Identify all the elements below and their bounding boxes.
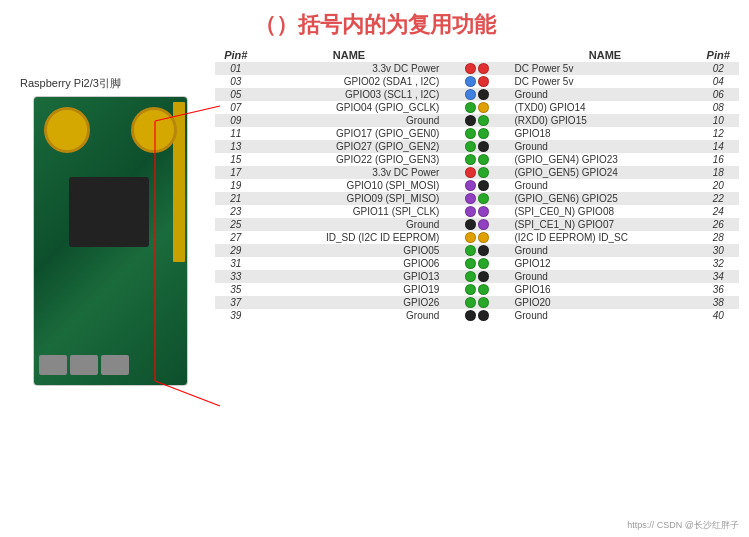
right-pin-number: 26 — [697, 218, 739, 231]
pin-dots — [441, 153, 512, 166]
pin-dots — [441, 75, 512, 88]
right-dot — [478, 193, 489, 204]
right-pin-number: 30 — [697, 244, 739, 257]
pin-table: Pin# NAME NAME Pin# 01 3.3v DC Power DC … — [215, 48, 739, 322]
right-dot — [478, 63, 489, 74]
pin-dots — [441, 309, 512, 322]
left-dot — [465, 167, 476, 178]
right-pin-number: 02 — [697, 62, 739, 75]
left-pin-name: GPIO04 (GPIO_GCLK) — [257, 101, 442, 114]
right-pin-name: (SPI_CE1_N) GPIO07 — [513, 218, 698, 231]
left-dot — [465, 258, 476, 269]
right-pin-name: (GPIO_GEN5) GPIO24 — [513, 166, 698, 179]
right-pin-name: GPIO12 — [513, 257, 698, 270]
right-pin-number: 10 — [697, 114, 739, 127]
left-pin-name: Ground — [257, 114, 442, 127]
right-pin-name: GPIO16 — [513, 283, 698, 296]
left-dot — [465, 102, 476, 113]
pin-dots — [441, 88, 512, 101]
title: （）括号内的为复用功能 — [0, 0, 749, 46]
left-pin-name: GPIO10 (SPI_MOSI) — [257, 179, 442, 192]
table-row: 25 Ground (SPI_CE1_N) GPIO07 26 — [215, 218, 739, 231]
right-pin-name: Ground — [513, 309, 698, 322]
right-pin-name: (TXD0) GPIO14 — [513, 101, 698, 114]
col-pin-right: Pin# — [697, 48, 739, 62]
right-dot — [478, 154, 489, 165]
right-pin-number: 34 — [697, 270, 739, 283]
col-name-left: NAME — [257, 48, 442, 62]
watermark: https:// CSDN @长沙红胖子 — [627, 519, 739, 532]
table-row: 23 GPIO11 (SPI_CLK) (SPI_CE0_N) GPIO08 2… — [215, 205, 739, 218]
left-dot — [465, 284, 476, 295]
table-row: 27 ID_SD (I2C ID EEPROM) (I2C ID EEPROM)… — [215, 231, 739, 244]
right-dot — [478, 102, 489, 113]
right-dot — [478, 245, 489, 256]
right-pin-name: (I2C ID EEPROM) ID_SC — [513, 231, 698, 244]
left-pin-name: GPIO27 (GPIO_GEN2) — [257, 140, 442, 153]
left-pin-name: GPIO03 (SCL1 , I2C) — [257, 88, 442, 101]
table-row: 09 Ground (RXD0) GPIO15 10 — [215, 114, 739, 127]
left-dot — [465, 115, 476, 126]
left-pin-name: GPIO22 (GPIO_GEN3) — [257, 153, 442, 166]
col-dots — [441, 48, 512, 62]
table-row: 01 3.3v DC Power DC Power 5v 02 — [215, 62, 739, 75]
left-pin-name: GPIO13 — [257, 270, 442, 283]
table-row: 35 GPIO19 GPIO16 36 — [215, 283, 739, 296]
left-pin-name: Ground — [257, 309, 442, 322]
pin-dots — [441, 231, 512, 244]
right-dot — [478, 232, 489, 243]
pin-dots — [441, 283, 512, 296]
right-dot — [478, 297, 489, 308]
col-pin-left: Pin# — [215, 48, 257, 62]
right-pin-number: 36 — [697, 283, 739, 296]
right-pin-number: 16 — [697, 153, 739, 166]
right-pin-number: 08 — [697, 101, 739, 114]
pin-dots — [441, 114, 512, 127]
table-row: 15 GPIO22 (GPIO_GEN3) (GPIO_GEN4) GPIO23… — [215, 153, 739, 166]
left-pin-name: ID_SD (I2C ID EEPROM) — [257, 231, 442, 244]
left-dot — [465, 245, 476, 256]
left-pin-name: GPIO26 — [257, 296, 442, 309]
left-dot — [465, 206, 476, 217]
pin-dots — [441, 244, 512, 257]
right-pin-number: 24 — [697, 205, 739, 218]
rpi-chip — [69, 177, 149, 247]
table-row: 21 GPIO09 (SPI_MISO) (GPIO_GEN6) GPIO25 … — [215, 192, 739, 205]
left-dot — [465, 63, 476, 74]
pin-dots — [441, 257, 512, 270]
right-dot — [478, 128, 489, 139]
pin-dots — [441, 296, 512, 309]
left-pin-name: GPIO17 (GPIO_GEN0) — [257, 127, 442, 140]
left-dot — [465, 89, 476, 100]
table-row: 33 GPIO13 Ground 34 — [215, 270, 739, 283]
right-pin-name: GPIO18 — [513, 127, 698, 140]
right-pin-number: 12 — [697, 127, 739, 140]
left-dot — [465, 154, 476, 165]
table-row: 19 GPIO10 (SPI_MOSI) Ground 20 — [215, 179, 739, 192]
left-dot — [465, 128, 476, 139]
right-dot — [478, 258, 489, 269]
right-pin-name: DC Power 5v — [513, 75, 698, 88]
left-dot — [465, 219, 476, 230]
pin-dots — [441, 218, 512, 231]
right-pin-number: 04 — [697, 75, 739, 88]
pin-dots — [441, 62, 512, 75]
right-pin-name: Ground — [513, 88, 698, 101]
pin-dots — [441, 179, 512, 192]
right-pin-name: DC Power 5v — [513, 62, 698, 75]
left-pin-name: 3.3v DC Power — [257, 62, 442, 75]
rpi-ports — [39, 355, 129, 375]
left-pin-name: GPIO19 — [257, 283, 442, 296]
right-pin-number: 38 — [697, 296, 739, 309]
table-row: 39 Ground Ground 40 — [215, 309, 739, 322]
right-dot — [478, 141, 489, 152]
table-row: 17 3.3v DC Power (GPIO_GEN5) GPIO24 18 — [215, 166, 739, 179]
svg-line-0 — [155, 106, 220, 121]
right-pin-name: GPIO20 — [513, 296, 698, 309]
right-pin-name: Ground — [513, 140, 698, 153]
right-dot — [478, 206, 489, 217]
left-pin-name: GPIO05 — [257, 244, 442, 257]
left-pin-name: GPIO11 (SPI_CLK) — [257, 205, 442, 218]
left-pin-number: 05 — [215, 88, 257, 101]
left-dot — [465, 180, 476, 191]
